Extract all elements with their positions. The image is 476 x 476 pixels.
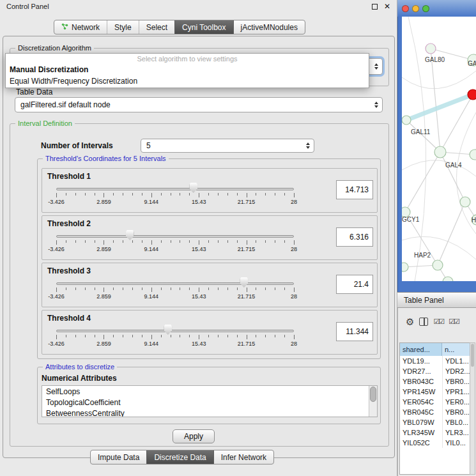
- tab-impute-data[interactable]: Impute Data: [91, 450, 146, 464]
- tab-infer-network[interactable]: Infer Network: [213, 450, 273, 464]
- table-row[interactable]: YPR145WYPR1...: [400, 387, 470, 397]
- table-data-combobox[interactable]: galFiltered.sif default node: [15, 97, 383, 112]
- gear-icon[interactable]: ⚙: [406, 317, 414, 326]
- table-cell[interactable]: YBR0...: [442, 407, 470, 417]
- close-icon[interactable]: ✕: [384, 3, 390, 10]
- slider-tick: [104, 288, 104, 292]
- column-header-shared[interactable]: shared...: [400, 343, 442, 356]
- table-row[interactable]: YDR27...YDR2...: [400, 366, 470, 376]
- table-scrollbar[interactable]: [470, 342, 475, 475]
- table-cell[interactable]: YPR145W: [400, 387, 442, 397]
- network-edge[interactable]: [431, 49, 440, 152]
- slider-tick: [75, 288, 76, 290]
- tab-discretize-data[interactable]: Discretize Data: [146, 450, 213, 464]
- network-node[interactable]: [470, 150, 476, 160]
- list-item[interactable]: BetweennessCentrality: [42, 408, 369, 417]
- network-canvas[interactable]: GAL80GAGAL11GAL4GCY1HAP2H: [402, 17, 476, 281]
- tab-cyni-toolbox[interactable]: Cyni Toolbox: [174, 20, 233, 34]
- tab-jactivemnodules[interactable]: jActiveMNodules: [233, 20, 305, 34]
- table-cell[interactable]: YBR045C: [400, 407, 442, 417]
- table-row[interactable]: YIL052CYIL0...: [400, 438, 470, 448]
- table-cell[interactable]: YER0...: [442, 397, 470, 407]
- table-cell[interactable]: YDR27...: [400, 366, 442, 376]
- network-node[interactable]: [433, 260, 443, 270]
- scrollbar-thumb[interactable]: [471, 344, 474, 367]
- table-cell[interactable]: YPR1...: [442, 387, 470, 397]
- table-cell[interactable]: YIL0...: [442, 438, 470, 448]
- network-edge[interactable]: [406, 95, 473, 120]
- slider-tick: [104, 335, 104, 339]
- table-row[interactable]: YLR345WYLR3...: [400, 427, 470, 438]
- zoom-traffic-light[interactable]: [422, 5, 429, 12]
- slider-thumb[interactable]: [240, 277, 248, 288]
- minimize-traffic-light[interactable]: [412, 5, 419, 12]
- threshold-3-slider[interactable]: -3.4262.8599.14415.4321.71528: [56, 277, 294, 307]
- close-traffic-light[interactable]: [402, 5, 409, 12]
- table-cell[interactable]: YER054C: [400, 397, 442, 407]
- table-cell[interactable]: YDL19...: [400, 356, 442, 366]
- slider-tick: [171, 335, 171, 337]
- slider-thumb[interactable]: [189, 183, 197, 193]
- network-node[interactable]: [468, 89, 476, 100]
- tab-select[interactable]: Select: [139, 20, 174, 34]
- table-row[interactable]: YER054CYER0...: [400, 397, 470, 407]
- list-item[interactable]: TopologicalCoefficient: [42, 397, 369, 408]
- network-edge-arc: [402, 236, 476, 259]
- slider-tick: [208, 240, 209, 243]
- scrollbar-thumb[interactable]: [370, 387, 376, 402]
- table-cell[interactable]: YDL1...: [442, 356, 470, 366]
- threshold-4-slider[interactable]: -3.4262.8599.14415.4321.71528: [56, 325, 294, 354]
- table-cell[interactable]: YLR3...: [442, 427, 470, 438]
- threshold-value-field[interactable]: 14.713: [336, 180, 373, 199]
- dropdown-option-manual-discretization[interactable]: Manual Discretization: [6, 64, 369, 75]
- network-node[interactable]: [434, 146, 446, 158]
- table-row[interactable]: YBR043CYBR0...: [400, 376, 470, 387]
- float-window-icon[interactable]: [372, 4, 378, 10]
- threshold-1-slider[interactable]: -3.4262.8599.14415.4321.71528: [56, 183, 294, 212]
- column-header-name[interactable]: n...: [442, 343, 470, 356]
- network-edge[interactable]: [440, 152, 465, 202]
- network-icon: [61, 23, 68, 32]
- slider-tick: [199, 335, 199, 339]
- network-edge[interactable]: [405, 152, 440, 212]
- list-scrollbar[interactable]: [369, 386, 377, 417]
- select-columns-icon[interactable]: ☑☑: [433, 318, 443, 325]
- table-cell[interactable]: YBR0...: [442, 376, 470, 387]
- network-edge[interactable]: [438, 202, 465, 265]
- network-node[interactable]: [402, 263, 408, 272]
- table-row[interactable]: YDL19...YDL1...: [400, 356, 470, 366]
- table-cell[interactable]: YDR2...: [442, 366, 470, 376]
- threshold-value-field[interactable]: 21.4: [336, 275, 373, 294]
- tab-style[interactable]: Style: [107, 20, 139, 34]
- dropdown-option-equal-width-frequency[interactable]: Equal Width/Frequency Discretization: [6, 75, 369, 87]
- table-cell[interactable]: YIL052C: [400, 438, 442, 448]
- threshold-value-field[interactable]: 6.316: [336, 227, 373, 247]
- slider-tick-label: 21.715: [238, 199, 256, 205]
- list-item[interactable]: SelfLoops: [42, 387, 369, 397]
- threshold-2-slider[interactable]: -3.4262.8599.14415.4321.71528: [56, 230, 294, 259]
- table-header-row: shared... n...: [400, 343, 470, 356]
- columns-icon[interactable]: [419, 318, 428, 326]
- slider-tick: [284, 335, 285, 337]
- slider-tick: [199, 240, 199, 245]
- apply-button[interactable]: Apply: [173, 429, 215, 443]
- network-node[interactable]: [426, 43, 436, 54]
- table-row[interactable]: YBL079WYBL0...: [400, 417, 470, 427]
- table-row[interactable]: YBR045CYBR0...: [400, 407, 470, 417]
- slider-thumb[interactable]: [164, 325, 172, 335]
- network-node[interactable]: [443, 277, 453, 281]
- table-cell[interactable]: YLR345W: [400, 427, 442, 438]
- slider-tick: [66, 240, 66, 243]
- select-functions-icon[interactable]: ☑☑: [449, 318, 459, 325]
- number-of-intervals-combobox[interactable]: 5: [141, 139, 314, 153]
- tab-label: Infer Network: [221, 453, 266, 462]
- threshold-value-field[interactable]: 11.344: [336, 322, 373, 341]
- tab-network[interactable]: Network: [54, 20, 107, 34]
- network-node[interactable]: [460, 197, 470, 207]
- slider-thumb[interactable]: [126, 230, 134, 240]
- table-cell[interactable]: YBL079W: [400, 417, 442, 427]
- table-cell[interactable]: YBR043C: [400, 376, 442, 387]
- network-node[interactable]: [402, 116, 411, 125]
- network-edge[interactable]: [406, 120, 440, 152]
- table-cell[interactable]: YBL0...: [442, 417, 470, 427]
